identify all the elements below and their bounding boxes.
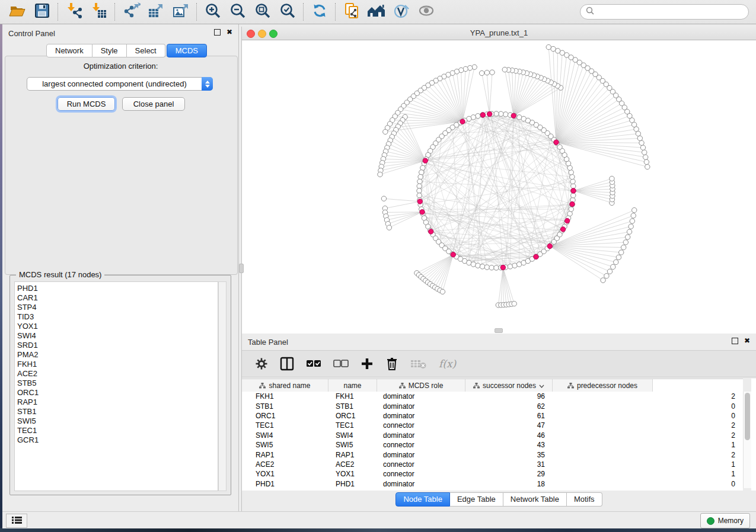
graph-node-mcds[interactable] [429,229,433,234]
graph-node-mcds[interactable] [451,252,455,257]
graph-node-mcds[interactable] [564,219,569,223]
graph-node[interactable] [636,131,640,136]
table-cell[interactable]: FKH1 [328,392,377,400]
table-cell[interactable]: connector [377,441,465,449]
table-row[interactable]: TEC1TEC1connector472 [242,421,743,430]
refresh-layout-button[interactable] [307,1,332,23]
table-row[interactable]: YOX1YOX1connector291 [242,469,743,479]
gear-button[interactable] [255,355,268,373]
table-cell[interactable]: 2 [553,451,743,459]
mcds-result-item[interactable]: PHD1 [17,284,218,293]
graph-node[interactable] [383,129,388,134]
graph-node-mcds[interactable] [420,210,425,214]
graph-node[interactable] [480,264,484,269]
table-cell[interactable]: 2 [553,392,743,400]
network-canvas[interactable] [242,40,755,332]
search-input[interactable] [598,7,748,17]
graph-node[interactable] [555,49,560,53]
houses-button[interactable] [364,1,389,23]
mcds-result-item[interactable]: SWI4 [17,331,218,341]
mcds-result-item[interactable]: SWI5 [17,416,218,426]
mcds-result-item[interactable]: TID3 [17,312,218,322]
table-cell[interactable]: 43 [465,441,553,449]
graph-node[interactable] [508,264,512,269]
close-panel-icon[interactable]: ✖ [227,30,232,35]
table-scrollbar[interactable] [743,392,752,488]
graph-node[interactable] [489,265,494,270]
table-cell[interactable]: PHD1 [328,480,377,488]
criterion-dropdown[interactable]: largest connected component (undirected) [27,77,213,91]
column-header-shared-name[interactable]: shared name [242,379,328,392]
table-cell[interactable]: SWI5 [242,441,328,449]
graph-node[interactable] [417,179,422,184]
columns-button[interactable] [280,355,294,373]
table-cell[interactable]: 61 [465,412,553,420]
graph-node[interactable] [629,224,633,229]
table-cell[interactable]: 62 [465,402,553,411]
mcds-result-item[interactable]: PMA2 [17,350,218,360]
graph-node[interactable] [630,219,634,223]
table-row[interactable]: FKH1FKH1dominator962 [242,392,743,401]
table-cell[interactable]: 1 [553,470,743,478]
table-cell[interactable]: ACE2 [242,460,328,469]
mcds-result-item[interactable]: YOX1 [17,322,218,331]
graph-node[interactable] [440,289,445,294]
graph-node[interactable] [494,111,499,116]
tab-network-table[interactable]: Network Table [503,492,567,507]
table-cell[interactable]: 29 [465,470,553,478]
graph-node-mcds[interactable] [417,199,422,204]
graph-node[interactable] [484,70,489,75]
mcds-result-item[interactable]: GCR1 [17,435,218,445]
table-cell[interactable]: 18 [465,480,553,488]
graph-node-mcds[interactable] [511,113,516,118]
export-image-button[interactable] [168,1,193,23]
network-hscroll-thumb[interactable] [495,328,503,333]
table-cell[interactable]: PHD1 [242,480,328,488]
import-table-button[interactable] [87,1,111,23]
graph-node[interactable] [632,208,637,213]
table-cell[interactable]: 2 [553,431,743,440]
graph-node[interactable] [417,193,422,198]
table-cell[interactable]: 46 [465,431,553,440]
graph-node[interactable] [621,245,626,249]
graph-node[interactable] [378,172,382,177]
mcds-result-item[interactable]: STP4 [17,303,218,312]
table-cell[interactable]: connector [377,460,465,469]
network-window-titlebar[interactable]: YPA_prune.txt_1 [242,27,756,40]
table-cell[interactable]: dominator [377,392,465,400]
graph-node[interactable] [610,176,614,181]
table-cell[interactable]: TEC1 [328,421,377,430]
graph-node[interactable] [619,250,624,255]
save-session-button[interactable] [30,1,55,23]
graph-node[interactable] [614,259,618,264]
table-row[interactable]: STB1STB1dominator620 [242,401,743,411]
table-cell[interactable]: dominator [377,451,465,459]
add-column-button[interactable] [361,355,374,373]
table-cell[interactable]: STB1 [242,402,328,411]
search-field[interactable] [580,4,749,20]
table-row[interactable]: SWI5SWI5connector431 [242,440,743,450]
graph-node[interactable] [512,301,516,306]
graph-node-mcds[interactable] [480,113,485,117]
mcds-result-item[interactable]: RAP1 [17,398,218,407]
select-all-button[interactable] [306,355,321,373]
table-cell[interactable]: STB1 [328,402,377,411]
graph-node[interactable] [551,46,556,51]
zoom-out-button[interactable] [225,1,250,23]
table-cell[interactable]: YOX1 [328,470,377,478]
export-table-button[interactable] [143,1,168,23]
table-cell[interactable]: 0 [553,480,743,488]
graph-node[interactable] [627,229,631,234]
table-cell[interactable]: 2 [553,421,743,430]
mcds-result-item[interactable]: TEC1 [17,426,218,435]
graph-node-mcds[interactable] [560,227,565,232]
graph-node-mcds[interactable] [423,158,428,163]
graph-node[interactable] [570,174,575,179]
graph-node-mcds[interactable] [534,254,538,259]
graph-node[interactable] [571,193,576,198]
table-scrollbar-thumb[interactable] [745,393,750,440]
graph-node[interactable] [623,240,628,245]
table-cell[interactable]: 47 [465,421,553,430]
graph-node[interactable] [642,150,647,155]
table-cell[interactable]: 1 [553,441,743,449]
